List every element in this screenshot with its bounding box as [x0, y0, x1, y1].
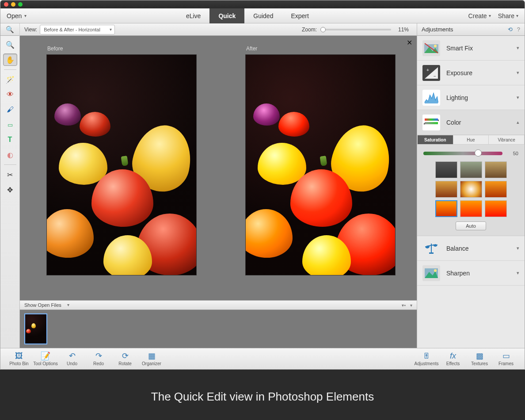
svg-point-17	[434, 269, 437, 272]
rotate-button[interactable]: ⟳ Rotate	[112, 349, 138, 369]
tab-guided[interactable]: Guided	[244, 8, 282, 23]
menubar: Open ▾ eLive Quick Guided Expert Create …	[0, 8, 525, 23]
filmstrip-toggle-icon[interactable]: ▾▪	[402, 303, 406, 308]
quick-select-tool[interactable]: 🪄	[3, 73, 17, 86]
color-preset[interactable]	[460, 200, 482, 217]
photo-bin-thumbnail[interactable]	[24, 313, 47, 344]
undo-icon: ↶	[69, 351, 76, 360]
svg-text:+: +	[426, 68, 429, 73]
photo-bin-icon: 🖼	[15, 351, 23, 360]
frames-icon: ▭	[502, 351, 510, 360]
saturation-slider[interactable]	[423, 152, 502, 155]
adjustment-sharpen[interactable]: Sharpen ▾	[417, 261, 525, 286]
titlebar	[0, 0, 525, 8]
options-bar: 🔍 View: Before & After - Horizontal Zoom…	[0, 23, 417, 36]
photo-bin-button[interactable]: 🖼 Photo Bin	[6, 349, 32, 369]
hand-tool[interactable]: ✋	[3, 53, 17, 66]
straighten-tool[interactable]: ▭	[3, 118, 17, 131]
after-image[interactable]	[245, 54, 396, 275]
redeye-tool[interactable]: 👁	[3, 88, 17, 101]
zoom-slider-knob[interactable]	[320, 27, 326, 32]
bottom-label: Tool Options	[33, 361, 58, 366]
adjustments-header: Adjustments ⟲ ?	[417, 23, 525, 36]
before-image[interactable]	[46, 54, 197, 275]
whiten-tool[interactable]: 🖌	[3, 103, 17, 116]
svg-text:−: −	[434, 74, 436, 79]
adjustment-balance[interactable]: Balance ▾	[417, 236, 525, 261]
textures-button[interactable]: ▩ Textures	[466, 349, 493, 369]
redo-button[interactable]: ↷ Redo	[85, 349, 112, 369]
window-close-dot[interactable]	[4, 2, 8, 7]
color-preset[interactable]	[485, 161, 507, 178]
subtab-vibrance[interactable]: Vibrance	[489, 135, 525, 145]
caption: The Quick Edit view in Photoshop Element…	[0, 370, 525, 420]
organizer-button[interactable]: ▦ Organizer	[138, 349, 165, 369]
color-preset[interactable]	[460, 161, 482, 178]
adjustments-icon: 🎚	[422, 351, 430, 360]
chevron-down-icon: ▾	[516, 13, 518, 18]
tool-column: 🔍 ✋ 🪄 👁 🖌 ▭ T ◐ ✂ ✥	[0, 36, 20, 348]
search-icon[interactable]: 🔍	[6, 26, 14, 34]
subtab-hue[interactable]: Hue	[453, 135, 489, 145]
help-icon[interactable]: ?	[517, 26, 520, 33]
color-preset[interactable]	[435, 161, 457, 178]
color-preset-selected[interactable]	[435, 200, 457, 217]
adjustments-header-label: Adjustments	[422, 26, 453, 33]
canvas-area: ✕ Before	[20, 36, 417, 348]
color-preset[interactable]	[460, 181, 482, 198]
after-label: After	[246, 46, 396, 52]
tab-elive[interactable]: eLive	[177, 8, 209, 23]
adjustment-label: Exposure	[446, 69, 472, 76]
auto-button[interactable]: Auto	[456, 221, 486, 230]
svg-rect-9	[425, 122, 438, 124]
app-window: Open ▾ eLive Quick Guided Expert Create …	[0, 0, 525, 370]
share-menu[interactable]: Share ▾	[498, 12, 518, 19]
adjustment-label: Color	[446, 119, 461, 126]
bottom-label: Organizer	[142, 361, 161, 366]
saturation-slider-knob[interactable]	[475, 149, 482, 157]
before-label: Before	[47, 46, 197, 52]
tool-divider	[4, 164, 16, 165]
adjustment-smart-fix[interactable]: Smart Fix ▾	[417, 36, 525, 61]
effects-button[interactable]: fx Effects	[440, 349, 466, 369]
filmstrip-expand-icon[interactable]: ▾	[410, 303, 412, 308]
adjustment-color[interactable]: Color ▴	[417, 110, 525, 135]
crop-tool[interactable]: ✂	[3, 168, 17, 181]
color-panel-body: Saturation Hue Vibrance 50	[417, 135, 525, 236]
view-label: View:	[24, 27, 37, 33]
adjustments-button[interactable]: 🎚 Adjustments	[413, 349, 440, 369]
tool-options-button[interactable]: 📝 Tool Options	[32, 349, 59, 369]
chevron-down-icon: ▾	[517, 70, 519, 76]
open-files-bar: Show Open Files ▾▪ ▾	[20, 300, 417, 310]
chevron-down-icon: ▾	[517, 95, 519, 100]
saturation-value: 50	[508, 151, 518, 156]
sharpen-icon	[422, 265, 440, 281]
create-menu[interactable]: Create ▾	[468, 12, 491, 19]
open-files-dropdown[interactable]: Show Open Files	[24, 302, 69, 308]
bottom-label: Photo Bin	[9, 361, 28, 366]
color-preset[interactable]	[485, 181, 507, 198]
move-tool[interactable]: ✥	[3, 183, 17, 196]
undo-button[interactable]: ↶ Undo	[59, 349, 85, 369]
subtab-saturation[interactable]: Saturation	[417, 135, 453, 145]
tab-quick[interactable]: Quick	[209, 8, 244, 23]
reset-icon[interactable]: ⟲	[508, 26, 513, 33]
color-preset[interactable]	[435, 181, 457, 198]
tool-divider	[4, 69, 16, 70]
frames-button[interactable]: ▭ Frames	[493, 349, 519, 369]
tab-expert[interactable]: Expert	[282, 8, 317, 23]
spot-heal-tool[interactable]: ◐	[3, 149, 17, 161]
effects-icon: fx	[450, 351, 456, 360]
text-tool[interactable]: T	[3, 134, 17, 146]
adjustment-exposure[interactable]: +− Exposure ▾	[417, 61, 525, 85]
view-dropdown[interactable]: Before & After - Horizontal	[40, 25, 115, 34]
window-zoom-dot[interactable]	[18, 2, 23, 7]
close-document-icon[interactable]: ✕	[407, 38, 412, 47]
zoom-slider[interactable]	[320, 29, 391, 31]
bottom-label: Adjustments	[414, 361, 438, 366]
color-preset[interactable]	[485, 200, 507, 217]
window-minimize-dot[interactable]	[11, 2, 15, 7]
zoom-tool[interactable]: 🔍	[3, 38, 17, 51]
open-menu[interactable]: Open	[7, 12, 22, 19]
adjustment-lighting[interactable]: Lighting ▾	[417, 85, 525, 110]
